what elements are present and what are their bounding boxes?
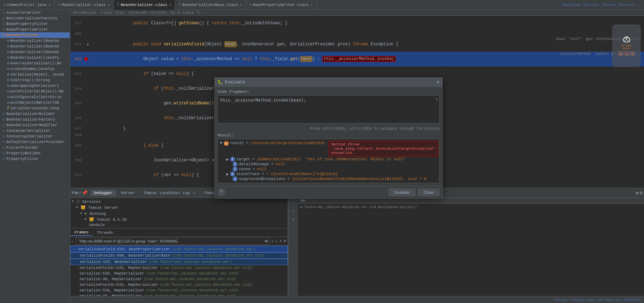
sidebar-item-withignorals[interactable]: m withIgnorals(Set<Strin [0,94,70,100]
frame-item-0[interactable]: ✓ serializeAsField:653, BeanPropertyWrit… [70,246,288,252]
frame-item-3[interactable]: serializeFields:633, MapSerializer (com.… [70,265,288,271]
thread-down-btn[interactable]: ↓ [275,239,278,244]
tab-mapserializer[interactable]: C MapSerializer.class ✕ [54,0,113,10]
help-button[interactable]: ? [217,188,225,196]
sidebar-item-withobjectidwriter[interactable]: m withObjectIdWriter(Ob [0,100,70,105]
toolbar-layout-icon[interactable]: ⊡ [640,190,643,196]
sidebar-item-createdummy[interactable]: m createDummy(JavaTyp [0,66,70,72]
sidebar-item-beanpropertyfilter[interactable]: ▷ BeanPropertyFilter [0,21,70,27]
frame-item-1[interactable]: serializeFields:690, BeanSerializerBase … [70,252,288,259]
dialog-body: Code fragment: this._accessorMethod.invo… [215,87,442,186]
tree-tomcat-version[interactable]: ▼ 🐱 Tomcat 8.5.55 [70,217,288,223]
tree-tomcat-server[interactable]: ▼ 🐱 Tomcat Server [70,205,288,211]
tab-bar: ☕ CommonFilter.java ✕ C MapSerializer.cl… [0,0,644,10]
tab-close-1[interactable]: ✕ [108,3,110,7]
sidebar-item-beanserializer[interactable]: ▼ BeanSerializer [0,32,70,38]
sidebar-item-asarrayserializer[interactable]: m asArraySerializer():Be [0,60,70,66]
thread-select[interactable]: "http-nio-8080-exec-6"@2,525 in group "m… [76,238,270,245]
running-icon: ▶ [85,211,87,216]
tab-commonfilter[interactable]: ☕ CommonFilter.java ✕ [0,0,54,10]
sidebar-item-propertybuilder[interactable]: ▷ PropertyBuilder [0,150,70,156]
toolbar-icon-list[interactable]: ≡ [72,190,74,195]
result-detailmessage-row[interactable]: i detailMessage = null [219,162,438,167]
breakpoint-dot[interactable] [84,57,88,61]
sidebar-item-beanserializer-ctor2[interactable]: m BeanSerializer(BeanSe [0,44,70,49]
tab-close-localhost[interactable]: ✕ [194,191,196,195]
result-cause-row[interactable]: i cause = null [219,167,438,172]
sidebar-item-filterprovider[interactable]: ▷ FilterProvider [0,145,70,150]
sidebar-item-anygetterwriter[interactable]: ▷ AnyGetterWriter [0,10,70,15]
download-sources-btn[interactable]: Download Sources [562,3,599,7]
tab-tomcat-localhost-log[interactable]: Tomcat Localhost Log ✕ [140,190,199,196]
sidebar-item-containerserializer[interactable]: ▷ ContainerSerializer [0,128,70,134]
tree-running[interactable]: ▼ ▶ Running [70,211,288,217]
java-file-icon: ☕ [4,3,6,7]
frame-item-6[interactable]: serializeFields:633, MapSerializer (com.… [70,282,288,288]
frame-item-5[interactable]: serialize:30, MapSerializer (com.fasterx… [70,276,288,282]
scroll-up-btn[interactable]: ↑ [290,199,297,206]
result-expand-icon[interactable]: ▼ [220,141,222,145]
sidebar-item-beanserializer-ctor3[interactable]: m BeanSerializer(BeanSe [0,49,70,55]
toolbar-icon-filter[interactable]: ⚡ [79,190,82,196]
tab-close-3[interactable]: ✕ [240,3,242,7]
result-target-row[interactable]: ▶ i target = JSONException@11817 "net.sf… [219,157,438,162]
code-input-clear[interactable]: ✕ [436,97,438,102]
dialog-close-btn[interactable]: ✕ [437,79,440,85]
sidebar-item-beanserializerfactory[interactable]: ▷ BeanSerializerFactory [0,117,70,122]
sidebar-item-serialversionuid[interactable]: f serialVersionUID:long [0,105,70,111]
double-down-btn[interactable]: ⇓ [290,215,297,223]
sidebar-item-contextualserializer[interactable]: ▷ ContextualSerializer [0,134,70,139]
tab-server[interactable]: Server [117,190,138,196]
tab-close-4[interactable]: ✕ [311,3,313,7]
tab-close-2[interactable]: ✕ [169,3,171,7]
thread-up-btn[interactable]: ↑ [271,239,274,244]
tab-beanserializerbase[interactable]: C BeanSerializerBase.class ✕ [175,0,246,10]
sidebar-item-beanpropertywriter[interactable]: ▷ BeanPropertyWriter [0,27,70,32]
result-detail-icon: i [233,162,238,167]
evaluate-button[interactable]: Evaluate [389,188,416,196]
evaluate-dialog[interactable]: 🐛 Evaluate ✕ Code fragment: this._access… [214,77,443,199]
toolbar-icon-grid[interactable]: ⊞ [75,190,78,196]
tab-beanserializer[interactable]: C BeanSerializer.class ✕ [114,0,175,10]
tab-debugger[interactable]: Debugger [90,190,116,196]
frame-item-7[interactable]: serialize:536, MapSerializer (com.faster… [70,288,288,293]
services-collapse-icon: ▼ [72,200,74,204]
tab-beanpropertywriter[interactable]: C BeanPropertyWriter.class ✕ [246,0,317,10]
result-suppressed-icon: i [233,176,238,181]
toolbar-icon-pin[interactable]: 📌 [82,190,87,196]
sidebar-item-tostring[interactable]: m toString():String [0,77,70,83]
result-stacktrace-expand[interactable]: ▶ [226,172,229,176]
frame-item-8[interactable]: serialize:30, MapSerializer (com.fasterx… [70,293,288,296]
result-suppressed-row[interactable]: i suppressedExceptions = {Collections$Un… [219,176,438,181]
frame-item-4[interactable]: serialize:536, MapSerializer (com.faster… [70,271,288,276]
result-main-row[interactable]: ▼ oo result = (InvocationTargetException… [219,141,438,157]
sidebar-item-unwrapping[interactable]: m unwrappingSerializer( [0,83,70,89]
tree-services-root[interactable]: ▼ ⬡ Services [70,199,288,205]
frame-item-2[interactable]: serialize:155, BeanSerializer (com.faste… [70,259,288,265]
threads-tab[interactable]: Threads [93,230,117,236]
toolbar-settings-icon[interactable]: ⚙ [636,190,638,196]
sidebar-item-beanserializermodifier[interactable]: ▷ BeanSerializerModifier [0,122,70,128]
class-icon: ▷ [3,117,5,122]
sidebar-item-beanserializerbuilder[interactable]: ▷ BeanSerializerBuilder [0,111,70,117]
thread-filter-btn[interactable]: ⚡ [279,238,282,244]
sidebar-item-defaultserializerprovider[interactable]: ▷ DefaultSerializerProvider [0,139,70,145]
scroll-down-btn[interactable]: ↓ [290,207,297,214]
sidebar-item-beanserializer-javatype[interactable]: m BeanSerializer(JavaTy [0,55,70,60]
frames-tab[interactable]: Frames [70,230,93,236]
tab-close-0[interactable]: ✕ [48,3,51,7]
sidebar-item-basicserializerfactory[interactable]: ▷ BasicSerializerFactory [0,15,70,21]
vars-right-text: m.fasterxml.jackson.databind.ser.std.Boo… [299,205,643,210]
sidebar-item-beanserializer-ctor1[interactable]: m BeanSerializer(BeanSe [0,38,70,44]
result-stacktrace-row[interactable]: ▶ i stackTrace = = {StackTraceElement[75… [219,172,438,176]
tree-imodule[interactable]: imodule [70,223,288,227]
sidebar-item-withfilterid[interactable]: m withFilterId(Object):Be [0,89,70,94]
close-button[interactable]: Close [418,188,440,196]
sidebar-item-serialize[interactable]: m serialize(Object, JsonG [0,72,70,77]
choose-sources-btn[interactable]: Choose Sources... [602,3,641,7]
variables-panel: Me m.fasterxml.jackson.databind.ser.std.… [298,198,644,296]
result-target-expand[interactable]: ▶ [226,157,229,162]
sidebar-item-propertyfilter[interactable]: ▷ PropertyFilter [0,156,70,162]
code-input[interactable]: this._accessorMethod.invoke(bean); [217,95,440,123]
thread-add-btn[interactable]: + [284,238,286,244]
